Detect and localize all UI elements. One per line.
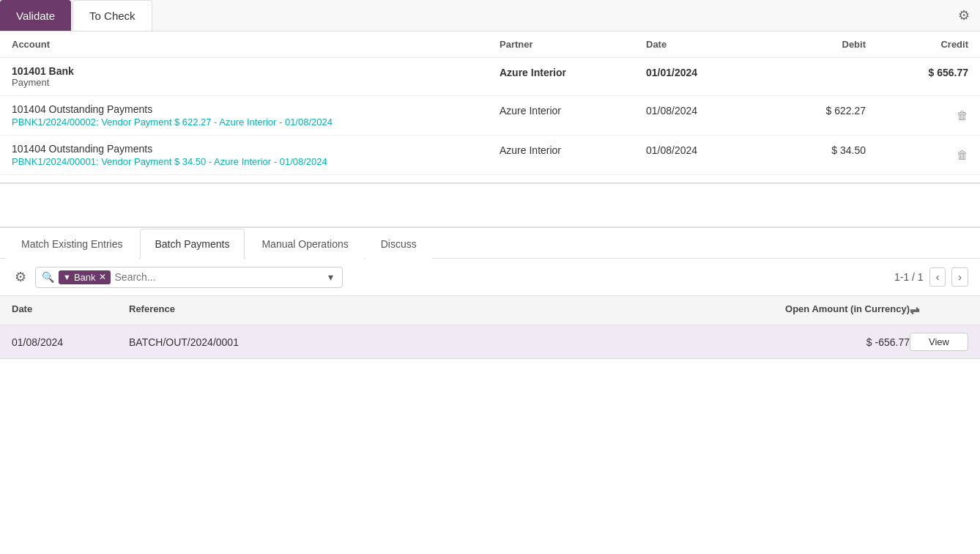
spacer xyxy=(0,184,980,228)
main-table-area: Account Partner Date Debit Credit 101401… xyxy=(0,32,980,184)
view-button[interactable]: View xyxy=(910,333,968,351)
date-col-header: Date xyxy=(12,303,129,317)
search-bar-area: ⚙ 🔍 ▼ Bank ✕ ▾ 1-1 / 1 ‹ › xyxy=(0,259,980,296)
partner-cell: Azure Interior xyxy=(500,103,646,117)
table-row: 101404 Outstanding Payments PBNK1/2024/0… xyxy=(0,96,980,136)
partner-header: Partner xyxy=(500,39,646,50)
account-cell: 101404 Outstanding Payments PBNK1/2024/0… xyxy=(12,103,500,128)
debit-cell: $ 622.27 xyxy=(763,103,866,117)
credit-cell xyxy=(866,103,968,105)
tab-manual-operations[interactable]: Manual Operations xyxy=(246,229,363,259)
table-row: 101404 Outstanding Payments PBNK1/2024/0… xyxy=(0,136,980,175)
filter-tag: ▼ Bank ✕ xyxy=(59,270,111,284)
account-header: Account xyxy=(12,39,500,50)
account-name: 101404 Outstanding Payments xyxy=(12,143,500,155)
tab-discuss[interactable]: Discuss xyxy=(365,229,432,259)
credit-cell xyxy=(866,143,968,144)
delete-icon[interactable]: 🗑 xyxy=(957,149,968,162)
tab-batch-payments[interactable]: Batch Payments xyxy=(140,229,245,259)
table-row: 101401 Bank Payment Azure Interior 01/01… xyxy=(0,58,980,96)
delete-icon[interactable]: 🗑 xyxy=(957,109,968,122)
search-icon: 🔍 xyxy=(42,271,54,283)
credit-cell: $ 656.77 xyxy=(866,65,968,78)
credit-header: Credit xyxy=(866,39,968,50)
search-dropdown-arrow[interactable]: ▾ xyxy=(325,271,336,283)
search-input[interactable] xyxy=(115,271,325,283)
pagination: 1-1 / 1 ‹ › xyxy=(894,267,968,287)
date-cell: 01/08/2024 xyxy=(646,143,763,156)
row-open-amount: $ -656.77 xyxy=(719,336,910,348)
filter-tag-close[interactable]: ✕ xyxy=(99,272,106,282)
bottom-table-headers: Date Reference Open Amount (in Currency)… xyxy=(0,296,980,325)
account-cell: 101401 Bank Payment xyxy=(12,65,500,88)
account-name: 101404 Outstanding Payments xyxy=(12,103,500,115)
entry-link[interactable]: PBNK1/2024/00002: Vendor Payment $ 622.2… xyxy=(12,117,500,128)
date-cell: 01/01/2024 xyxy=(646,65,763,78)
top-tab-bar: Validate To Check ⚙ xyxy=(0,0,980,32)
table-headers: Account Partner Date Debit Credit xyxy=(0,32,980,58)
search-container: 🔍 ▼ Bank ✕ ▾ xyxy=(35,267,343,288)
debit-header: Debit xyxy=(763,39,866,50)
partner-cell: Azure Interior xyxy=(500,143,646,156)
pagination-count: 1-1 / 1 xyxy=(894,271,924,283)
tab-match-existing[interactable]: Match Existing Entries xyxy=(6,229,138,259)
debit-cell xyxy=(763,65,866,67)
date-cell: 01/08/2024 xyxy=(646,103,763,117)
settings-icon[interactable]: ⚙ xyxy=(948,0,980,31)
account-sub: Payment xyxy=(12,77,500,88)
entry-link[interactable]: PBNK1/2024/00001: Vendor Payment $ 34.50… xyxy=(12,156,500,167)
bottom-table-row: 01/08/2024 BATCH/OUT/2024/0001 $ -656.77… xyxy=(0,325,980,359)
partner-cell: Azure Interior xyxy=(500,65,646,78)
row-date: 01/08/2024 xyxy=(12,336,129,348)
open-amount-col-header: Open Amount (in Currency) xyxy=(719,303,910,317)
bottom-tabs: Match Existing Entries Batch Payments Ma… xyxy=(0,228,980,259)
row-reference: BATCH/OUT/2024/0001 xyxy=(129,336,719,348)
adjust-columns-icon[interactable]: ⇌ xyxy=(910,303,968,317)
date-header: Date xyxy=(646,39,763,50)
batch-settings-icon[interactable]: ⚙ xyxy=(12,266,29,288)
reference-col-header: Reference xyxy=(129,303,719,317)
account-name: 101401 Bank xyxy=(12,65,500,77)
tocheck-tab[interactable]: To Check xyxy=(73,0,152,31)
validate-button[interactable]: Validate xyxy=(0,0,71,31)
prev-page-button[interactable]: ‹ xyxy=(929,267,946,287)
account-cell: 101404 Outstanding Payments PBNK1/2024/0… xyxy=(12,143,500,167)
filter-icon: ▼ xyxy=(63,273,71,281)
debit-cell: $ 34.50 xyxy=(763,143,866,156)
filter-tag-label: Bank xyxy=(74,272,96,283)
next-page-button[interactable]: › xyxy=(951,267,968,287)
